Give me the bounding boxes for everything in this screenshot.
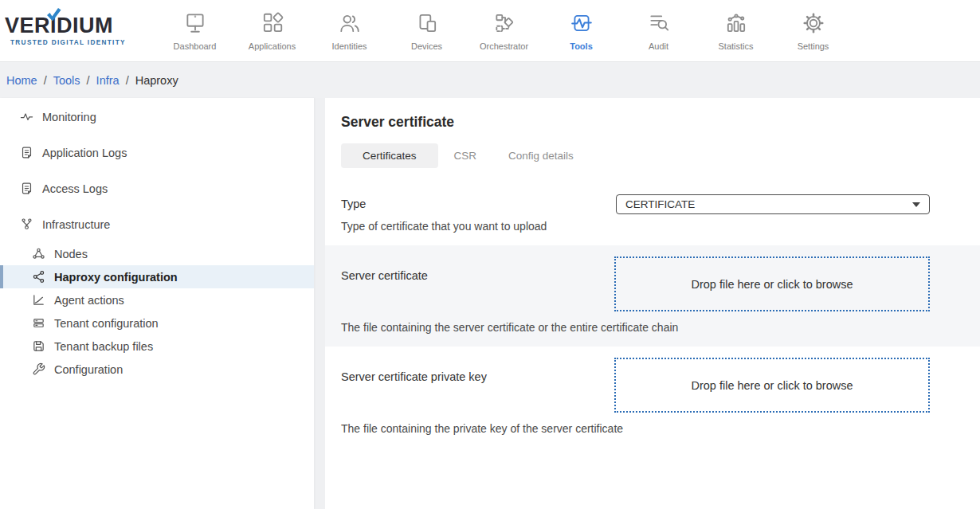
breadcrumb-tools[interactable]: Tools [53, 74, 80, 87]
nav-label: Orchestrator [480, 41, 528, 51]
selected-value: CERTIFICATE [625, 198, 695, 210]
sidebar-item-access-logs[interactable]: Access Logs [0, 170, 314, 206]
nav-label: Dashboard [174, 41, 217, 51]
nodes-cluster-icon [32, 247, 45, 260]
server-certificate-dropzone[interactable]: Drop file here or click to browse [614, 256, 930, 311]
breadcrumb-separator: / [126, 74, 129, 87]
sidebar-item-application-logs[interactable]: Application Logs [0, 135, 314, 170]
logo-text: VER [5, 15, 50, 37]
nav-item-tools[interactable]: Tools [543, 11, 620, 51]
logo-text-2: DIUM [57, 15, 113, 37]
users-icon [338, 11, 362, 35]
main-nav: Dashboard Applications Identities Device… [156, 11, 852, 51]
field-row-type: Type CERTIFICATE Type of certificate tha… [325, 182, 980, 245]
field-row-server-certificate: Server certificate Drop file here or cli… [325, 245, 980, 347]
sidebar-item-monitoring[interactable]: Monitoring [0, 99, 314, 135]
tab-csr[interactable]: CSR [438, 143, 493, 168]
logo-letter-i: I [50, 15, 57, 37]
sidebar-item-label: Infrastructure [42, 218, 110, 231]
breadcrumb-infra[interactable]: Infra [96, 74, 120, 87]
sidebar-subitem-agent-actions[interactable]: Agent actions [0, 288, 314, 311]
sidebar-subitem-label: Haproxy configuration [54, 271, 178, 284]
nav-item-applications[interactable]: Applications [233, 11, 311, 51]
private-key-dropzone[interactable]: Drop file here or click to browse [614, 358, 930, 413]
chart-curve-icon [32, 293, 45, 307]
nav-label: Settings [798, 41, 829, 51]
nav-item-identities[interactable]: Identities [311, 11, 388, 51]
logo-wordmark: VERIDIUM [5, 15, 137, 37]
page-title: Server certificate [341, 114, 964, 131]
linked-nodes-icon [32, 270, 45, 284]
nav-label: Applications [249, 41, 296, 51]
logo-checkmark-icon [46, 8, 61, 22]
bar-line-chart-icon [724, 11, 748, 35]
certificate-type-select[interactable]: CERTIFICATE [616, 194, 930, 214]
nav-item-statistics[interactable]: Statistics [697, 11, 774, 51]
sidebar-item-label: Application Logs [42, 147, 127, 159]
dropzone-text: Drop file here or click to browse [691, 379, 853, 392]
nav-label: Devices [411, 41, 442, 51]
sidebar: Monitoring Application Logs Access Logs … [0, 98, 314, 509]
pulse-icon [20, 110, 33, 123]
devices-icon [415, 11, 439, 35]
sidebar-item-label: Monitoring [42, 111, 96, 123]
sidebar-subitem-configuration[interactable]: Configuration [0, 358, 314, 381]
list-search-icon [647, 11, 671, 35]
nav-label: Identities [331, 41, 367, 51]
field-row-private-key: Server certificate private key Drop file… [325, 347, 980, 448]
nav-item-dashboard[interactable]: Dashboard [156, 11, 233, 51]
sidebar-subitem-label: Tenant backup files [54, 340, 153, 353]
nav-item-settings[interactable]: Settings [774, 11, 852, 51]
veridium-logo[interactable]: VERIDIUM TRUSTED DIGITAL IDENTITY [0, 15, 137, 46]
sidebar-subitem-tenant-backup-files[interactable]: Tenant backup files [0, 335, 314, 358]
breadcrumb: Home / Tools / Infra / Haproxy [0, 61, 980, 98]
monitor-icon [183, 11, 207, 35]
sidebar-subitem-tenant-configuration[interactable]: Tenant configuration [0, 311, 314, 335]
breadcrumb-separator: / [87, 74, 90, 87]
sidebar-subitem-label: Tenant configuration [54, 317, 159, 330]
certificate-form: Type CERTIFICATE Type of certificate tha… [325, 182, 980, 448]
nav-item-audit[interactable]: Audit [620, 11, 697, 51]
nav-item-devices[interactable]: Devices [388, 11, 465, 51]
nav-label: Statistics [718, 41, 753, 51]
nav-label: Audit [649, 41, 668, 51]
app-grid-icon [261, 11, 284, 35]
floppy-disk-icon [32, 339, 45, 353]
sidebar-subitem-label: Agent actions [54, 294, 124, 307]
breadcrumb-separator: / [44, 74, 47, 87]
sidebar-subitem-label: Configuration [54, 363, 123, 376]
tab-certificates[interactable]: Certificates [341, 143, 438, 168]
sidebar-item-label: Access Logs [42, 182, 108, 195]
content-area: Monitoring Application Logs Access Logs … [0, 98, 980, 509]
nav-item-orchestrator[interactable]: Orchestrator [465, 11, 543, 51]
main-panel: Server certificate Certificates CSR Conf… [325, 98, 980, 509]
tab-config-details[interactable]: Config details [492, 143, 590, 168]
breadcrumb-home[interactable]: Home [6, 74, 37, 87]
sidebar-subitem-nodes[interactable]: Nodes [0, 242, 314, 265]
sitemap-icon [20, 217, 33, 231]
server-certificate-description: The file containing the server certifica… [341, 321, 930, 334]
breadcrumb-current-haproxy: Haproxy [135, 74, 178, 87]
server-certificate-label: Server certificate [341, 258, 428, 282]
dropzone-text: Drop file here or click to browse [691, 278, 853, 291]
sidebar-subitem-haproxy-configuration[interactable]: Haproxy configuration [0, 265, 314, 288]
private-key-label: Server certificate private key [341, 359, 487, 383]
document-icon [20, 182, 33, 195]
gear-icon [802, 11, 825, 35]
nav-label: Tools [570, 41, 593, 51]
top-navigation-bar: VERIDIUM TRUSTED DIGITAL IDENTITY Dashbo… [0, 0, 980, 61]
private-key-description: The file containing the private key of t… [341, 422, 930, 435]
workflow-icon [492, 11, 516, 35]
sidebar-subitem-label: Nodes [54, 248, 88, 260]
activity-square-icon [570, 11, 594, 35]
type-field-description: Type of certificate that you want to upl… [341, 220, 930, 233]
document-icon [20, 146, 33, 159]
sidebar-item-infrastructure[interactable]: Infrastructure [0, 206, 314, 242]
wrench-icon [32, 362, 45, 376]
server-stack-icon [32, 316, 45, 330]
chevron-down-icon [912, 202, 920, 207]
tab-bar: Certificates CSR Config details [341, 143, 964, 168]
logo-tagline: TRUSTED DIGITAL IDENTITY [10, 39, 137, 46]
type-field-label: Type [341, 194, 366, 210]
